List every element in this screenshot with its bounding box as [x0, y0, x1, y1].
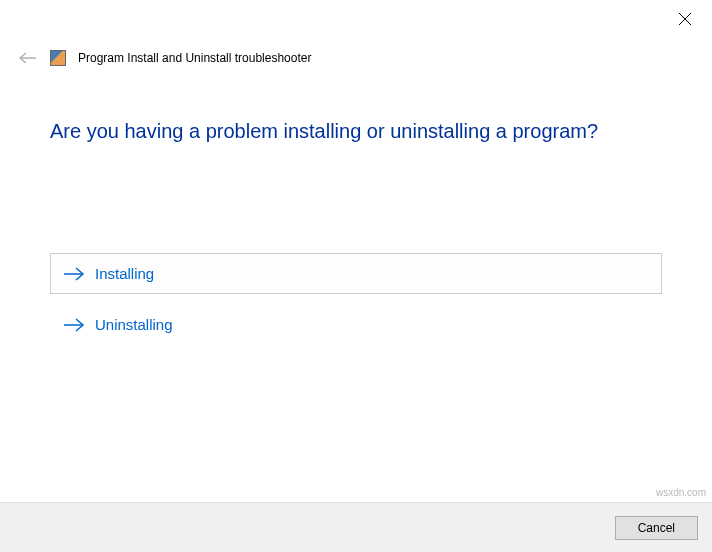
- arrow-right-icon: [63, 318, 85, 332]
- header: Program Install and Uninstall troublesho…: [0, 0, 712, 66]
- watermark: wsxdn.com: [656, 487, 706, 498]
- close-icon: [678, 12, 692, 26]
- arrow-right-icon: [63, 267, 85, 281]
- option-label: Installing: [95, 265, 154, 282]
- troubleshooter-icon: [50, 50, 66, 66]
- option-label: Uninstalling: [95, 316, 173, 333]
- back-button[interactable]: [18, 51, 38, 65]
- option-installing[interactable]: Installing: [50, 253, 662, 294]
- footer: Cancel: [0, 502, 712, 552]
- options-list: Installing Uninstalling: [50, 253, 662, 345]
- close-button[interactable]: [678, 12, 694, 28]
- cancel-button[interactable]: Cancel: [615, 516, 698, 540]
- question-heading: Are you having a problem installing or u…: [50, 120, 662, 143]
- back-arrow-icon: [18, 51, 38, 65]
- app-title: Program Install and Uninstall troublesho…: [78, 51, 311, 65]
- option-uninstalling[interactable]: Uninstalling: [50, 304, 662, 345]
- content-area: Are you having a problem installing or u…: [0, 66, 712, 345]
